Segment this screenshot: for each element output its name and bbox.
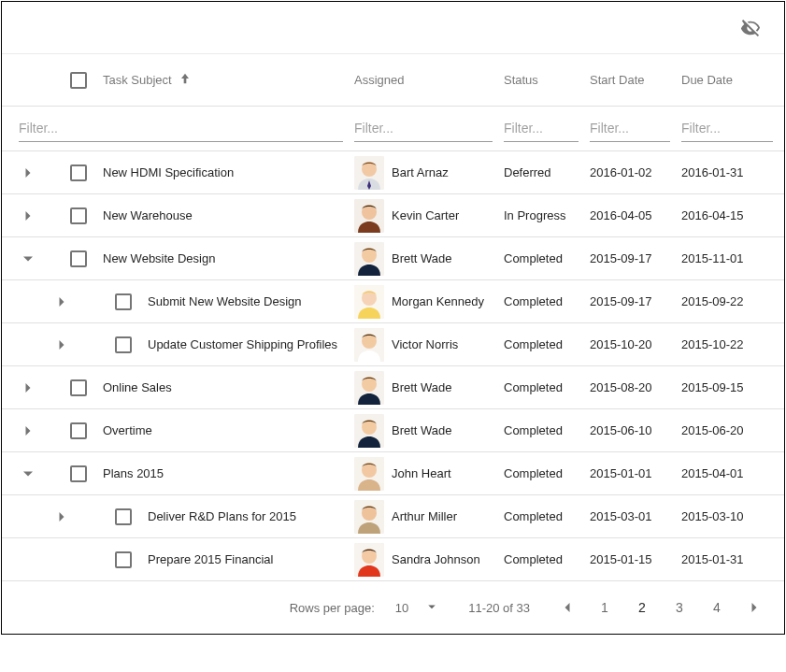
header-start[interactable]: Start Date [590,73,681,87]
due-date-cell: 2015-11-01 [681,251,784,265]
rows-per-page-select[interactable]: 10 [390,598,446,618]
checkbox-icon [115,551,132,568]
table-row: New HDMI SpecificationBart ArnazDeferred… [2,151,784,194]
visibility-off-icon[interactable] [739,17,762,39]
checkbox-icon [115,293,132,310]
status-cell: Deferred [504,165,590,179]
page-button[interactable]: 2 [627,593,657,622]
assigned-cell: Bart Arnaz [354,156,504,190]
subject-text: New HDMI Specification [103,165,234,179]
header-assigned[interactable]: Assigned [354,73,504,87]
status-cell: Completed [504,509,590,523]
row-checkbox[interactable] [54,207,103,224]
row-checkbox[interactable] [99,336,148,353]
page-button[interactable]: 3 [665,593,694,622]
due-date-cell: 2015-06-20 [681,423,784,437]
column-header-row: Task Subject Assigned Status Start Date … [2,54,784,107]
filter-due-cell [681,115,784,142]
page-numbers: 1234 [590,593,732,622]
start-date-cell: 2016-04-05 [590,208,681,222]
start-date-text: 2015-01-01 [590,466,652,480]
next-page-button[interactable] [739,593,769,622]
filter-start-cell [590,115,681,142]
row-checkbox[interactable] [54,465,103,482]
avatar [354,242,384,276]
expand-cell [2,205,54,227]
subject-cell: Prepare 2015 Financial [148,552,354,566]
dropdown-icon [423,598,440,618]
header-select-all[interactable] [54,72,103,89]
sort-ascending-icon [178,71,193,89]
filter-subject-input[interactable] [19,115,343,142]
avatar [354,285,384,319]
row-checkbox[interactable] [54,250,103,267]
start-date-cell: 2016-01-02 [590,165,681,179]
assigned-cell: Kevin Carter [354,199,504,233]
status-cell: Completed [504,466,590,480]
filter-start-input[interactable] [590,115,670,142]
header-start-label: Start Date [590,73,645,87]
avatar [354,156,384,190]
page-button[interactable]: 4 [702,593,732,622]
subject-cell: New HDMI Specification [103,165,354,179]
chevron-down-icon[interactable] [17,463,39,485]
chevron-right-icon[interactable] [17,162,39,184]
row-checkbox[interactable] [99,551,148,568]
due-date-cell: 2015-03-10 [681,509,784,523]
subject-text: Update Customer Shipping Profiles [148,337,337,351]
header-due-label: Due Date [681,73,733,87]
chevron-right-icon[interactable] [50,334,73,356]
due-date-text: 2015-09-15 [681,380,744,394]
checkbox-icon [70,207,87,224]
chevron-right-icon[interactable] [17,377,39,399]
start-date-text: 2016-01-02 [590,165,652,179]
expand-cell [2,420,54,442]
start-date-cell: 2015-09-17 [590,294,681,308]
data-grid: Task Subject Assigned Status Start Date … [1,1,785,635]
row-checkbox[interactable] [99,508,148,525]
expand-cell [24,291,77,313]
status-cell: Completed [504,423,590,437]
prev-page-button[interactable] [552,593,582,622]
filter-assigned-cell [354,115,504,142]
header-status[interactable]: Status [504,73,590,87]
row-checkbox[interactable] [54,379,103,396]
row-checkbox[interactable] [54,164,103,181]
avatar [354,414,384,448]
avatar [354,328,384,362]
row-checkbox[interactable] [99,293,148,310]
start-date-text: 2016-04-05 [590,208,652,222]
header-assigned-label: Assigned [354,73,404,87]
chevron-right-icon[interactable] [50,506,73,528]
chevron-right-icon[interactable] [50,291,73,313]
assigned-name: Victor Norris [392,337,458,351]
subject-cell: Online Sales [103,380,354,394]
due-date-text: 2015-03-10 [681,509,744,523]
chevron-down-icon[interactable] [17,248,39,270]
page-button[interactable]: 1 [590,593,620,622]
assigned-name: Arthur Miller [392,509,457,523]
row-checkbox[interactable] [54,422,103,439]
subject-text: Overtime [103,423,152,437]
filter-assigned-input[interactable] [354,115,493,142]
due-date-text: 2015-09-22 [681,294,744,308]
filter-status-input[interactable] [504,115,579,142]
chevron-right-icon[interactable] [17,420,39,442]
chevron-right-icon[interactable] [17,205,39,227]
header-subject-label: Task Subject [103,73,172,87]
start-date-cell: 2015-09-17 [590,251,681,265]
due-date-cell: 2016-01-31 [681,165,784,179]
assigned-name: Bart Arnaz [392,165,449,179]
filter-due-input[interactable] [681,115,773,142]
due-date-cell: 2015-01-31 [681,552,784,566]
header-due[interactable]: Due Date [681,73,784,87]
expand-cell [2,248,54,270]
subject-text: New Website Design [103,251,215,265]
status-text: Completed [504,294,563,308]
assigned-cell: Victor Norris [354,328,504,362]
header-subject[interactable]: Task Subject [103,71,354,89]
subject-cell: Update Customer Shipping Profiles [148,337,354,351]
due-date-cell: 2015-04-01 [681,466,784,480]
start-date-text: 2015-06-10 [590,423,652,437]
start-date-cell: 2015-01-15 [590,552,681,566]
